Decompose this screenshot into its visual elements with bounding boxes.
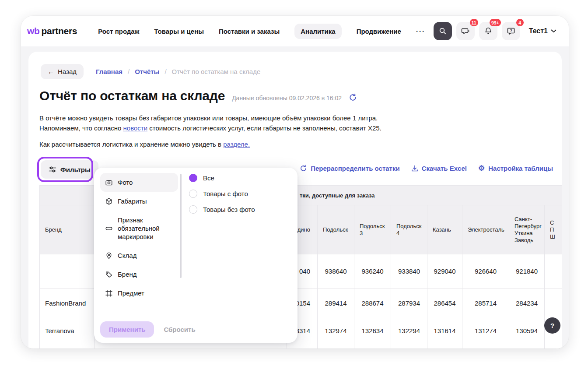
table-cell <box>40 343 94 348</box>
page-title: Отчёт по остаткам на складе <box>39 88 225 103</box>
location-pin-icon <box>105 252 112 259</box>
help-bubble-icon: ? <box>507 27 515 35</box>
refresh-icon[interactable] <box>349 93 357 102</box>
radio-option-with-photo[interactable]: Товары с фото <box>189 190 255 198</box>
table-cell <box>509 343 545 348</box>
wb-partners-logo[interactable]: wb partners <box>27 26 77 36</box>
support-badge: 4 <box>516 19 524 26</box>
nav-more-icon[interactable]: ··· <box>416 28 425 35</box>
table-cell <box>318 343 354 348</box>
table-cell: 926640 <box>462 254 509 289</box>
breadcrumb-reports[interactable]: Отчёты <box>135 68 159 75</box>
table-cell: 936240 <box>354 254 391 289</box>
filter-category-photo[interactable]: Фото <box>100 173 178 192</box>
table-cell: 132294 <box>391 318 427 343</box>
table-cell: 286454 <box>427 289 462 318</box>
table-cell: 287934 <box>391 289 427 318</box>
radio-option-all[interactable]: Все <box>189 174 255 182</box>
clipped-header-line: П <box>550 226 554 233</box>
reset-button[interactable]: Сбросить <box>164 326 195 333</box>
nav-goods-prices[interactable]: Товары и цены <box>154 28 204 35</box>
filter-category-label: Бренд <box>118 270 137 278</box>
news-link[interactable]: новости <box>123 124 148 132</box>
redistribute-label: Перераспределить остатки <box>311 165 399 172</box>
table-cell: 131274 <box>462 318 509 343</box>
download-icon <box>411 165 418 172</box>
chevron-down-icon <box>551 29 556 33</box>
main-nav: Рост продаж Товары и цены Поставки и зак… <box>98 24 425 39</box>
notifications-button[interactable]: 99+ <box>479 22 497 40</box>
table-cell <box>545 254 562 289</box>
filter-category-marking[interactable]: Признак обязательной маркировки <box>100 211 178 246</box>
breadcrumb-separator: / <box>164 68 166 75</box>
topbar-right-controls: 11 99+ ? 4 <box>434 22 561 40</box>
camera-icon <box>105 179 112 186</box>
back-button[interactable]: ← Назад <box>41 64 84 79</box>
help-fab-button[interactable]: ? <box>544 317 560 334</box>
redistribute-icon <box>300 165 307 172</box>
table-cell: 130594 <box>509 318 545 343</box>
filter-category-brand[interactable]: Бренд <box>100 265 178 284</box>
section-link[interactable]: разделе. <box>223 141 250 148</box>
filter-category-label: Признак обязательной маркировки <box>118 216 173 241</box>
table-cell <box>545 289 562 318</box>
table-settings-button[interactable]: ⚙ Настройка таблицы <box>478 165 553 172</box>
chat-button[interactable]: 11 <box>456 22 475 40</box>
breadcrumb-current: Отчёт по остаткам на складе <box>172 68 261 75</box>
breadcrumb-home[interactable]: Главная <box>96 68 122 75</box>
clipped-header-line: С <box>550 219 554 226</box>
dropdown-footer: Применить Сбросить <box>100 321 196 338</box>
back-label: Назад <box>58 68 77 75</box>
table-cell: 131614 <box>427 318 462 343</box>
redistribute-stock-button[interactable]: Перераспределить остатки <box>300 165 399 172</box>
table-cell <box>545 343 562 348</box>
table-cell: 132974 <box>318 318 354 343</box>
bell-icon <box>484 27 493 35</box>
radio-selected-icon <box>189 174 197 182</box>
clipped-header-line: Ш <box>550 233 555 240</box>
apply-button[interactable]: Применить <box>100 321 154 338</box>
filter-categories-menu: Фото Габариты Признак обязательной марки… <box>100 173 178 303</box>
chat-icon <box>461 27 470 35</box>
filter-sliders-icon <box>49 166 56 173</box>
nav-analytics[interactable]: Аналитика <box>294 24 341 39</box>
svg-text:?: ? <box>510 28 512 33</box>
support-button[interactable]: ? 4 <box>502 22 520 40</box>
table-cell: 933840 <box>391 254 427 289</box>
menu-scrollbar[interactable] <box>180 174 182 278</box>
nav-supplies-orders[interactable]: Поставки и заказы <box>219 28 280 35</box>
radio-option-without-photo[interactable]: Товары без фото <box>189 205 255 214</box>
filters-button[interactable]: Фильтры <box>41 160 98 179</box>
user-menu[interactable]: Тест1 <box>525 23 561 39</box>
table-cell <box>94 343 287 348</box>
column-header-clipped: С П Ш <box>545 205 562 254</box>
nav-promotion[interactable]: Продвижение <box>357 28 401 35</box>
nav-sales-growth[interactable]: Рост продаж <box>98 28 139 35</box>
top-nav-bar: wb partners Рост продаж Товары и цены По… <box>21 16 569 46</box>
table-cell <box>462 343 509 348</box>
logo-wb: wb <box>27 26 40 36</box>
cube-icon <box>105 198 112 205</box>
radio-option-label: Товары с фото <box>203 190 248 197</box>
table-settings-label: Настройка таблицы <box>488 165 553 172</box>
app-window: wb partners Рост продаж Товары и цены По… <box>21 16 569 348</box>
filter-category-label: Предмет <box>118 289 144 297</box>
group-header-label: тки, доступные для заказа <box>300 192 375 199</box>
table-cell <box>287 343 318 348</box>
filter-category-subject[interactable]: Предмет <box>100 284 178 303</box>
column-header-podolsk4: Подольск 4 <box>391 205 427 254</box>
filter-category-dimensions[interactable]: Габариты <box>100 192 178 211</box>
column-header-brand: Бренд <box>40 205 94 254</box>
search-button[interactable] <box>434 22 452 40</box>
column-header-elektrostal: Электросталь <box>462 205 509 254</box>
filters-dropdown-panel: Фото Габариты Признак обязательной марки… <box>94 168 298 343</box>
photo-filter-options: Все Товары с фото Товары без фото <box>189 174 255 214</box>
download-excel-button[interactable]: Скачать Excel <box>411 165 467 172</box>
filters-label: Фильтры <box>60 166 91 173</box>
filter-category-label: Габариты <box>118 197 147 205</box>
table-row-brand: Terranova <box>40 318 94 343</box>
filter-category-warehouse[interactable]: Склад <box>100 246 178 265</box>
radio-option-label: Товары без фото <box>203 206 255 213</box>
column-header-podolsk: Подольск <box>318 205 354 254</box>
description-line2-post: стоимость логистических услуг, если габа… <box>147 124 382 132</box>
